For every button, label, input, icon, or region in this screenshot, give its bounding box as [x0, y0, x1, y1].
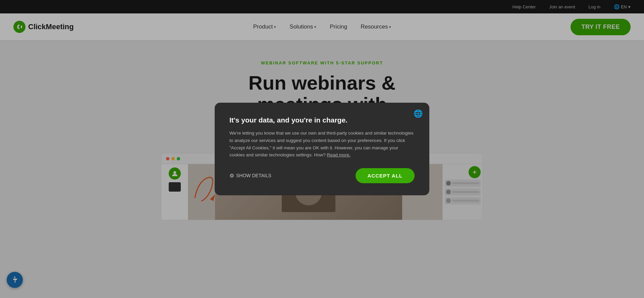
gear-icon: ⚙	[229, 172, 234, 179]
cookie-actions: ⚙ SHOW DETAILS ACCEPT ALL	[229, 168, 415, 183]
show-details-label: SHOW DETAILS	[236, 173, 271, 178]
modal-overlay: 🌐 It's your data, and you're in charge. …	[0, 0, 644, 298]
read-more-link[interactable]: Read more.	[327, 152, 351, 157]
cookie-modal-body: We're letting you know that we use our o…	[229, 130, 415, 158]
accept-all-button[interactable]: ACCEPT ALL	[356, 168, 415, 183]
show-details-button[interactable]: ⚙ SHOW DETAILS	[229, 172, 271, 179]
cookie-modal-title: It's your data, and you're in charge.	[229, 116, 415, 124]
cookie-modal: 🌐 It's your data, and you're in charge. …	[215, 103, 429, 195]
cookie-globe-icon[interactable]: 🌐	[414, 109, 423, 118]
